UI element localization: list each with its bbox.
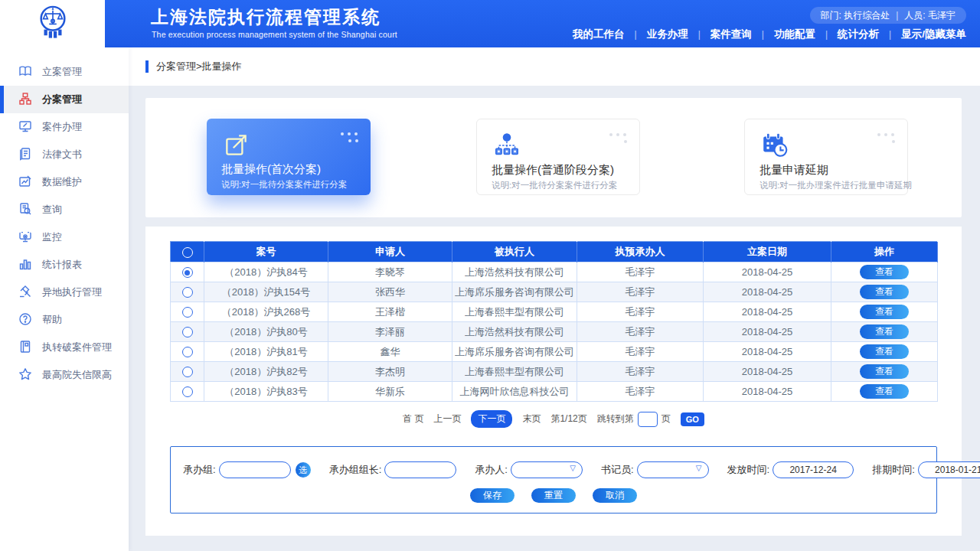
cell-handler: 毛泽宇: [577, 382, 704, 402]
view-button[interactable]: 查看: [860, 384, 909, 399]
gavel-icon: [18, 285, 32, 301]
row-radio-button[interactable]: [182, 347, 193, 357]
go-button[interactable]: GO: [681, 412, 704, 426]
issue-time-input[interactable]: [773, 461, 854, 478]
handling-group-label: 承办组:: [183, 463, 216, 477]
sidebar-item-case-filing[interactable]: 立案管理: [0, 58, 129, 86]
card-batch-first-assignment[interactable]: 批量操作(首次分案) 说明:对一批待分案案件进行分案: [207, 119, 371, 195]
sidebar-item-data-maintenance[interactable]: 数据维护: [0, 168, 129, 196]
table-header-row: 案号 申请人 被执行人 执预承办人 立案日期 操作: [171, 242, 938, 262]
cell-filing-date: 2018-04-25: [704, 262, 831, 282]
department-label: 部门: 执行综合处: [821, 7, 890, 24]
sidebar-item-label: 帮助: [42, 313, 62, 327]
select-group-button[interactable]: 选: [296, 462, 311, 478]
row-radio-button[interactable]: [182, 287, 193, 298]
view-button[interactable]: 查看: [860, 364, 909, 379]
nav-item-function-config[interactable]: 功能配置: [774, 28, 815, 41]
card-title: 批量操作(普通阶段分案): [492, 163, 614, 178]
nav-divider: |: [889, 29, 891, 40]
sidebar-item-bankruptcy-transfer[interactable]: 执转破案件管理: [0, 334, 129, 361]
cell-case-no: （2018）沪执268号: [204, 302, 328, 322]
table-row: （2018）沪执268号 王泽楷 上海春熙丰型有限公司 毛泽宇 2018-04-…: [171, 302, 938, 322]
sidebar-item-monitoring[interactable]: 监控: [0, 223, 129, 251]
sidebar-item-legal-documents[interactable]: 法律文书: [0, 141, 129, 168]
view-button[interactable]: 查看: [860, 324, 909, 339]
cell-handler: 毛泽宇: [577, 302, 704, 322]
nav-divider: |: [762, 29, 764, 40]
case-list-panel: 案号 申请人 被执行人 执预承办人 立案日期 操作 （2018）沪执84号 李晓…: [145, 227, 962, 536]
cell-respondent: 上海席乐服务咨询有限公司: [452, 282, 577, 302]
row-radio-button[interactable]: [182, 367, 193, 377]
sidebar-item-query[interactable]: 查询: [0, 196, 129, 223]
reset-button[interactable]: 重置: [531, 488, 576, 503]
nav-item-case-query[interactable]: 案件查询: [710, 28, 752, 41]
table-row: （2018）沪执81号 鑫华 上海席乐服务咨询有限公司 毛泽宇 2018-04-…: [171, 342, 938, 362]
form-fields-row: 承办组: 选 承办组组长: 承办人: ▽ 书记员:: [183, 461, 936, 478]
pagination-next[interactable]: 下一页: [471, 410, 512, 428]
nav-item-business[interactable]: 业务办理: [647, 28, 688, 41]
sidebar-item-label: 查询: [42, 203, 62, 217]
handling-group-input[interactable]: [219, 461, 291, 478]
case-table: 案号 申请人 被执行人 执预承办人 立案日期 操作 （2018）沪执84号 李晓…: [170, 241, 937, 402]
view-button[interactable]: 查看: [860, 344, 909, 359]
card-description: 说明:对一批待分案案件进行分案: [492, 180, 617, 191]
column-operation: 操作: [831, 242, 938, 262]
card-batch-apply-extension[interactable]: 批量申请延期 说明:对一批办理案件进行批量申请延期: [744, 119, 908, 195]
pagination-last[interactable]: 末页: [522, 412, 541, 425]
handler-label: 承办人:: [475, 463, 508, 477]
field-issue-time: 发放时间:: [727, 461, 854, 478]
breadcrumb-accent-bar: [145, 60, 149, 73]
nav-item-toggle-menu[interactable]: 显示/隐藏菜单: [901, 28, 966, 41]
sidebar-item-label: 数据维护: [42, 175, 82, 189]
sidebar-item-remote-execution[interactable]: 异地执行管理: [0, 279, 129, 306]
row-radio-button[interactable]: [182, 327, 193, 337]
cell-applicant: 李晓琴: [328, 262, 452, 282]
sidebar-item-case-assignment[interactable]: 分案管理: [0, 86, 129, 113]
clerk-select[interactable]: [637, 461, 709, 478]
view-button[interactable]: 查看: [860, 285, 909, 299]
cell-handler: 毛泽宇: [577, 282, 704, 302]
sidebar-item-supreme-court-dishonesty[interactable]: 最高院失信限高: [0, 361, 129, 389]
nav-divider: |: [698, 29, 701, 40]
cell-applicant: 鑫华: [328, 342, 452, 362]
binder-icon: [18, 340, 32, 356]
card-description: 说明:对一批办理案件进行批量申请延期: [760, 180, 912, 191]
row-radio-button[interactable]: [182, 307, 193, 318]
group-leader-input[interactable]: [384, 461, 456, 478]
app-subtitle: The execution process management system …: [152, 30, 397, 39]
schedule-time-input[interactable]: [918, 461, 980, 478]
hierarchy-tree-icon: [492, 131, 521, 160]
header-radio-icon: [182, 247, 193, 258]
card-menu-dots-icon: [338, 129, 360, 142]
sidebar-item-statistics-report[interactable]: 统计报表: [0, 251, 129, 279]
card-menu-dots-icon: [607, 129, 629, 143]
cell-handler: 毛泽宇: [577, 322, 704, 342]
cell-respondent: 上海浩然科技有限公司: [452, 322, 577, 342]
pagination-first[interactable]: 首 页: [403, 412, 423, 425]
chart-pencil-icon: [18, 174, 32, 191]
table-row: （2018）沪执83号 华新乐 上海网叶欣信息科技公司 毛泽宇 2018-04-…: [171, 382, 938, 402]
table-row: （2018）沪执82号 李杰明 上海春熙丰型有限公司 毛泽宇 2018-04-2…: [171, 362, 938, 382]
row-radio-button[interactable]: [182, 267, 193, 278]
nav-item-workbench[interactable]: 我的工作台: [573, 28, 625, 41]
handler-select[interactable]: [511, 461, 583, 478]
cell-filing-date: 2018-04-25: [704, 282, 831, 302]
jump-page-input[interactable]: [638, 412, 658, 427]
view-button[interactable]: 查看: [860, 305, 909, 319]
sidebar-item-case-handling[interactable]: 案件办理: [0, 113, 129, 141]
sidebar-item-label: 法律文书: [42, 148, 82, 161]
cell-filing-date: 2018-04-25: [704, 362, 831, 382]
save-button[interactable]: 保存: [470, 488, 514, 503]
pagination-prev[interactable]: 上一页: [433, 412, 461, 425]
cancel-button[interactable]: 取消: [593, 488, 637, 503]
nav-item-statistics[interactable]: 统计分析: [838, 28, 879, 41]
row-radio-button[interactable]: [182, 386, 193, 397]
cell-respondent: 上海春熙丰型有限公司: [452, 362, 577, 382]
cell-case-no: （2018）沪执84号: [204, 262, 328, 282]
card-batch-normal-stage-assignment[interactable]: 批量操作(普通阶段分案) 说明:对一批待分案案件进行分案: [476, 119, 640, 195]
cell-case-no: （2018）沪执80号: [204, 322, 328, 342]
assignment-form: 承办组: 选 承办组组长: 承办人: ▽ 书记员:: [170, 446, 937, 514]
cell-respondent: 上海网叶欣信息科技公司: [452, 382, 577, 402]
sidebar-item-help[interactable]: 帮助: [0, 306, 129, 334]
view-button[interactable]: 查看: [860, 265, 909, 279]
